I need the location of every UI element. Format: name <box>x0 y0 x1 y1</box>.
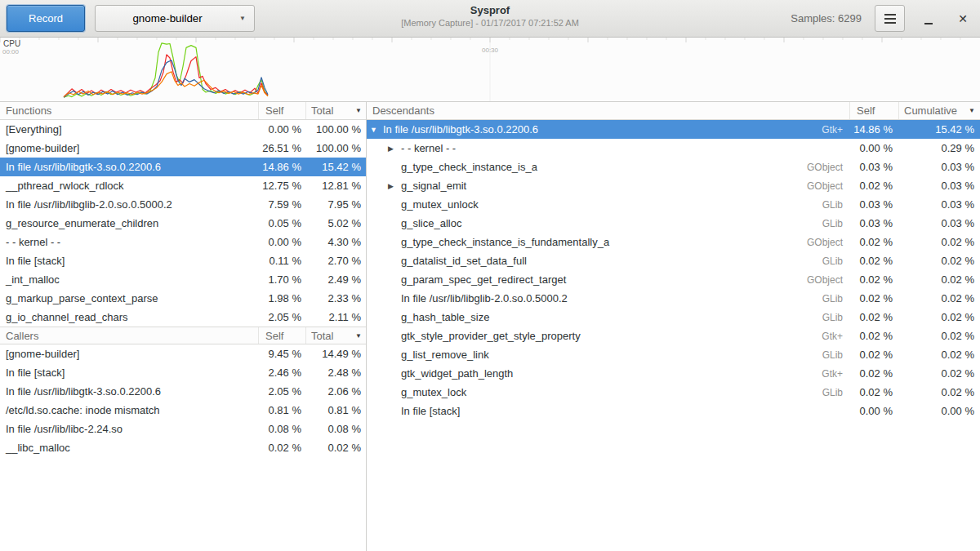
left-pane: Functions Self Total ▼ [Everything]0.00 … <box>0 102 367 551</box>
tree-row[interactable]: g_mutex_unlockGLib0.03 %0.03 % <box>367 195 980 214</box>
library-badge: GLib <box>822 349 849 361</box>
table-row[interactable]: In file [stack]2.46 %2.48 % <box>0 363 366 382</box>
cell-cumulative-percent: 0.02 % <box>898 349 980 361</box>
minimize-button[interactable] <box>918 7 939 31</box>
expander-icon[interactable]: ▶ <box>388 182 401 190</box>
cell-self-percent: 0.00 % <box>849 405 898 417</box>
cell-self-percent: 1.70 % <box>258 273 305 286</box>
library-badge: GLib <box>822 312 849 323</box>
library-badge: GObject <box>807 237 849 248</box>
expander-icon[interactable]: ▶ <box>388 144 401 153</box>
tree-row[interactable]: g_type_check_instance_is_fundamentally_a… <box>367 233 980 251</box>
tree-row[interactable]: g_param_spec_get_redirect_targetGObject0… <box>367 270 980 289</box>
callers-column-header[interactable]: Callers <box>0 327 258 344</box>
cell-self-percent: 0.00 % <box>258 123 305 136</box>
table-row[interactable]: /etc/ld.so.cache: inode mismatch0.81 %0.… <box>0 401 366 420</box>
cell-total-percent: 100.00 % <box>305 142 366 154</box>
cell-descendant-name: g_list_remove_linkGLib <box>367 349 849 361</box>
table-row[interactable]: g_io_channel_read_chars2.05 %2.11 % <box>0 308 366 327</box>
cell-self-percent: 0.02 % <box>849 292 898 304</box>
record-button[interactable]: Record <box>7 5 85 32</box>
cell-descendant-name: g_mutex_lockGLib <box>367 386 849 398</box>
tree-row[interactable]: g_hash_table_sizeGLib0.02 %0.02 % <box>367 308 980 327</box>
total-column-header[interactable]: Total ▼ <box>305 327 366 344</box>
time-tick-mid: 00:30 <box>482 47 498 54</box>
descendant-name-label: g_signal_emit <box>401 180 466 192</box>
self-column-header[interactable]: Self <box>849 102 898 119</box>
tree-row[interactable]: ▶- - kernel - -0.00 %0.29 % <box>367 139 980 158</box>
table-row[interactable]: In file [stack]0.11 %2.70 % <box>0 251 366 270</box>
tree-row[interactable]: g_slice_allocGLib0.03 %0.03 % <box>367 214 980 233</box>
table-row[interactable]: _int_malloc1.70 %2.49 % <box>0 270 366 289</box>
cumulative-column-header[interactable]: Cumulative ▼ <box>898 102 980 119</box>
tree-row[interactable]: gtk_widget_path_lengthGtk+0.02 %0.02 % <box>367 364 980 383</box>
library-badge: GLib <box>822 293 849 304</box>
expander-icon[interactable]: ▼ <box>370 126 383 134</box>
cell-self-percent: 0.02 % <box>849 236 898 248</box>
descendants-column-header[interactable]: Descendants <box>367 102 849 119</box>
cell-descendant-name: g_slice_allocGLib <box>367 217 849 229</box>
cell-self-percent: 1.98 % <box>258 292 305 304</box>
table-row[interactable]: [Everything]0.00 %100.00 % <box>0 120 366 139</box>
tree-row[interactable]: gtk_style_provider_get_style_propertyGtk… <box>367 327 980 345</box>
window-title: Sysprof [Memory Capture] - 01/17/2017 07… <box>401 4 579 28</box>
tree-row[interactable]: ▶g_signal_emitGObject0.02 %0.03 % <box>367 176 980 195</box>
table-row[interactable]: In file /usr/lib/libc-2.24.so0.08 %0.08 … <box>0 420 366 438</box>
cell-function-name: In file /usr/lib/libc-2.24.so <box>0 423 258 435</box>
tree-row[interactable]: In file [stack]0.00 %0.00 % <box>367 402 980 420</box>
total-column-header[interactable]: Total ▼ <box>305 102 366 119</box>
table-row[interactable]: In file /usr/lib/libgtk-3.so.0.2200.614.… <box>0 158 366 176</box>
cell-self-percent: 12.75 % <box>258 180 305 192</box>
table-row[interactable]: - - kernel - -0.00 %4.30 % <box>0 233 366 251</box>
table-row[interactable]: In file /usr/lib/libgtk-3.so.0.2200.62.0… <box>0 382 366 401</box>
table-row[interactable]: In file /usr/lib/libglib-2.0.so.0.5000.2… <box>0 195 366 214</box>
library-badge: Gtk+ <box>822 331 849 342</box>
descendants-table-body: ▼In file /usr/lib/libgtk-3.so.0.2200.6Gt… <box>367 120 980 420</box>
cpu-graph[interactable]: CPU 00:00 00:30 <box>0 38 980 102</box>
tree-row[interactable]: In file /usr/lib/libglib-2.0.so.0.5000.2… <box>367 289 980 308</box>
descendant-name-label: gtk_style_provider_get_style_property <box>401 330 581 342</box>
descendant-name-label: In file [stack] <box>401 405 460 417</box>
library-badge: GLib <box>822 256 849 267</box>
cell-total-percent: 2.70 % <box>305 255 366 267</box>
descendant-name-label: g_slice_alloc <box>401 217 461 229</box>
cell-function-name: [gnome-builder] <box>0 142 258 154</box>
tree-row[interactable]: g_datalist_id_set_data_fullGLib0.02 %0.0… <box>367 251 980 270</box>
cell-self-percent: 0.02 % <box>849 349 898 361</box>
tree-row[interactable]: g_list_remove_linkGLib0.02 %0.02 % <box>367 345 980 364</box>
table-row[interactable]: g_markup_parse_context_parse1.98 %2.33 % <box>0 289 366 308</box>
process-selector[interactable]: gnome-builder ▼ <box>95 5 255 32</box>
descendant-name-label: g_type_check_instance_is_a <box>401 161 537 173</box>
functions-column-header[interactable]: Functions <box>0 102 258 119</box>
header-bar: Record gnome-builder ▼ Sysprof [Memory C… <box>0 0 980 38</box>
cell-cumulative-percent: 0.00 % <box>898 405 980 417</box>
self-column-header[interactable]: Self <box>258 327 305 344</box>
cell-descendant-name: g_type_check_instance_is_aGObject <box>367 161 849 173</box>
cell-cumulative-percent: 0.02 % <box>898 311 980 323</box>
cell-self-percent: 0.03 % <box>849 217 898 229</box>
cell-total-percent: 0.02 % <box>305 442 366 454</box>
close-button[interactable]: ✕ <box>952 7 973 31</box>
table-row[interactable]: __pthread_rwlock_rdlock12.75 %12.81 % <box>0 176 366 195</box>
table-row[interactable]: [gnome-builder]9.45 %14.49 % <box>0 344 366 363</box>
cell-cumulative-percent: 15.42 % <box>898 123 980 136</box>
cell-self-percent: 9.45 % <box>258 348 305 360</box>
cell-total-percent: 14.49 % <box>305 348 366 360</box>
tree-row[interactable]: g_mutex_lockGLib0.02 %0.02 % <box>367 383 980 402</box>
cell-total-percent: 2.48 % <box>305 367 366 379</box>
library-badge: GObject <box>807 180 849 192</box>
tree-row[interactable]: ▼In file /usr/lib/libgtk-3.so.0.2200.6Gt… <box>367 120 980 139</box>
cell-function-name: [gnome-builder] <box>0 348 258 360</box>
self-column-header[interactable]: Self <box>258 102 305 119</box>
cell-total-percent: 2.33 % <box>305 292 366 304</box>
cell-self-percent: 14.86 % <box>849 123 898 136</box>
cell-self-percent: 0.02 % <box>849 255 898 267</box>
time-tick-start: 00:00 <box>2 48 19 56</box>
table-row[interactable]: g_resource_enumerate_children0.05 %5.02 … <box>0 214 366 233</box>
table-row[interactable]: __libc_malloc0.02 %0.02 % <box>0 438 366 457</box>
tree-row[interactable]: g_type_check_instance_is_aGObject0.03 %0… <box>367 158 980 176</box>
cell-self-percent: 0.81 % <box>258 404 305 416</box>
cell-total-percent: 100.00 % <box>305 123 366 136</box>
menu-button[interactable] <box>875 5 905 32</box>
table-row[interactable]: [gnome-builder]26.51 %100.00 % <box>0 139 366 158</box>
